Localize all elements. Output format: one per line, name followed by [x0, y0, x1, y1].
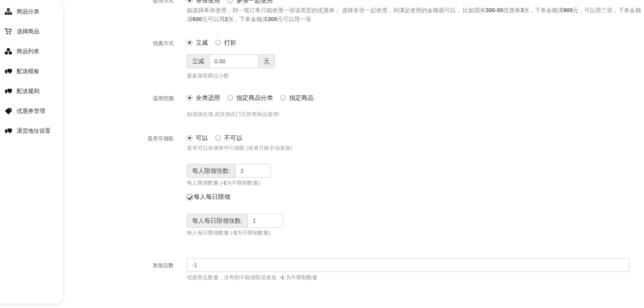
radio-label: 打折: [224, 39, 236, 47]
radio-specific-category[interactable]: 指定商品分类: [227, 94, 273, 102]
per-day-limit-addon: 每人每日限领张数:: [187, 214, 247, 228]
hint-segment: 为不限制数量: [284, 274, 318, 280]
sidebar-item-label: 商品列表: [17, 48, 39, 55]
help-segment: 优惠券: [503, 7, 520, 13]
per-user-limit-input[interactable]: [235, 164, 271, 178]
usage-help-text: 如选择单张使用，则一笔订单只能使用一张该类型的优惠券； 选择多张一起使用，则满足…: [187, 6, 644, 24]
radio-instant-reduction[interactable]: 立减: [187, 39, 208, 47]
radio-selected-icon: [187, 40, 192, 45]
radio-label: 多张一起使用: [236, 0, 273, 4]
discount-type-label: 优惠方式: [63, 40, 174, 47]
radio-selected-icon: [187, 95, 192, 101]
cubes-icon: [4, 48, 12, 55]
radio-label: 可以: [196, 134, 208, 142]
help-segment: 如选择单张使用，则一笔订单只能使用一张该类型的优惠券； 选择多张一起使用，则满足…: [187, 7, 486, 13]
cart-icon: [4, 28, 12, 35]
help-segment: 600: [192, 16, 202, 22]
usage-radio-group: 单张使用 多张一起使用: [187, 0, 280, 4]
radio-selected-icon: [187, 0, 192, 3]
radio-selected-icon: [187, 135, 192, 141]
radio-claim-no[interactable]: 不可以: [215, 134, 242, 142]
sidebar-item-label: 退货地址设置: [17, 127, 51, 135]
radio-unselected-icon: [280, 95, 286, 101]
sidebar-item-label: 配送模板: [17, 68, 39, 75]
sidebar-item-delivery-template[interactable]: 配送模板: [4, 61, 63, 81]
radio-unselected-icon: [227, 0, 233, 3]
help-segment: 2: [225, 16, 228, 22]
discount-amount-group: 立减 元: [187, 54, 275, 68]
sidebar: 商品分类 选择商品 商品列表 配送模板 配送规则 优惠券管理: [0, 0, 63, 304]
radio-label: 立减: [196, 39, 208, 47]
radio-label: 不可以: [224, 134, 242, 142]
discount-amount-input[interactable]: [209, 54, 259, 68]
sidebar-item-label: 商品分类: [17, 8, 39, 15]
scope-radio-group: 全类适用 指定商品分类 指定商品: [187, 94, 321, 101]
sidebar-item-delivery-rules[interactable]: 配送规则: [4, 81, 63, 101]
radio-single-use[interactable]: 单张使用: [187, 0, 220, 4]
radio-specific-product[interactable]: 指定商品: [280, 94, 313, 102]
sitemap-icon: [4, 8, 12, 15]
truck-icon: [4, 68, 12, 75]
per-user-limit-group: 每人限领张数:: [187, 164, 271, 178]
help-segment: 元可以用: [202, 16, 225, 22]
sidebar-item-product-list[interactable]: 商品列表: [4, 41, 63, 61]
hint-segment: 为不限制数量).: [237, 230, 272, 236]
per-day-limit-input[interactable]: [247, 214, 283, 228]
help-segment: 900: [563, 7, 573, 13]
radio-all-categories[interactable]: 全类适用: [187, 94, 220, 102]
daily-limit-checkbox-row[interactable]: 每人每日限领: [187, 193, 230, 201]
help-segment: 张，下单金额满: [523, 7, 563, 13]
sidebar-item-label: 选择商品: [17, 28, 39, 35]
amount-prefix-addon: 立减: [187, 54, 209, 68]
hint-number: -1: [222, 180, 227, 186]
sidebar-item-return-address[interactable]: 退货地址设置: [4, 121, 63, 141]
radio-unselected-icon: [227, 95, 233, 101]
sidebar-menu: 商品分类 选择商品 商品列表 配送模板 配送规则 优惠券管理: [0, 0, 63, 141]
radio-label: 单张使用: [196, 0, 220, 4]
page: 商品分类 选择商品 商品列表 配送模板 配送规则 优惠券管理: [0, 0, 644, 308]
hint-number: -1: [279, 274, 284, 280]
radio-unselected-icon: [215, 40, 221, 45]
sidebar-item-label: 优惠券管理: [17, 108, 45, 115]
help-segment: 300-50: [486, 7, 504, 13]
help-segment: 3: [520, 7, 523, 13]
radio-label: 指定商品分类: [236, 94, 273, 102]
per-user-limit-addon: 每人限领张数:: [187, 164, 235, 178]
scope-label: 适用范围: [63, 95, 174, 102]
sidebar-item-select-product[interactable]: 选择商品: [4, 22, 63, 41]
discount-hint: 最多保留两位小数: [187, 72, 229, 80]
radio-claim-yes[interactable]: 可以: [187, 134, 208, 142]
radio-label: 指定商品: [289, 94, 313, 102]
help-segment: 元可以用一张: [277, 16, 311, 22]
discount-radio-group: 立减 打折: [187, 39, 244, 46]
checkbox-checked-icon[interactable]: [187, 194, 192, 200]
per-day-limit-hint: 每人每日限领数量 (-1为不限制数量).: [187, 229, 272, 237]
hint-number: -1: [232, 230, 237, 236]
tag-icon: [4, 108, 12, 115]
per-day-limit-group: 每人每日限领张数:: [187, 214, 283, 228]
claimable-hint: 是否可以在领券中心领取 (或者只能手动发放): [187, 144, 292, 152]
truck-icon: [4, 88, 12, 95]
hint-segment: 每人限领数量 (: [187, 180, 222, 186]
hint-segment: 优惠券总数量，没有则不能领取或发放,: [187, 274, 279, 280]
total-issue-input[interactable]: [187, 258, 629, 272]
help-segment: 张，下单金额满: [228, 16, 268, 22]
hint-segment: 为不限制数量).: [227, 180, 261, 186]
amount-unit-addon: 元: [259, 54, 275, 68]
sidebar-item-coupon-management[interactable]: 优惠券管理: [4, 101, 63, 121]
usage-label: 使用方式: [63, 0, 174, 4]
total-issue-label: 发放总数: [63, 262, 174, 269]
scope-hint: 如选择此项,则支持此门店所有商品使用!: [187, 111, 279, 118]
radio-unselected-icon: [215, 135, 221, 141]
radio-percent-discount[interactable]: 打折: [215, 39, 236, 47]
radio-multi-use[interactable]: 多张一起使用: [227, 0, 273, 4]
sidebar-item-label: 配送规则: [17, 88, 39, 95]
claimable-label: 是否可领取: [63, 135, 174, 142]
claimable-radio-group: 可以 不可以: [187, 134, 250, 142]
hint-segment: 每人每日限领数量 (: [187, 230, 232, 236]
per-user-limit-hint: 每人限领数量 (-1为不限制数量).: [187, 179, 261, 187]
truck-icon: [4, 127, 12, 135]
sidebar-item-product-category[interactable]: 商品分类: [4, 2, 63, 22]
radio-label: 全类适用: [196, 94, 220, 102]
checkbox-label: 每人每日限领: [194, 193, 230, 201]
